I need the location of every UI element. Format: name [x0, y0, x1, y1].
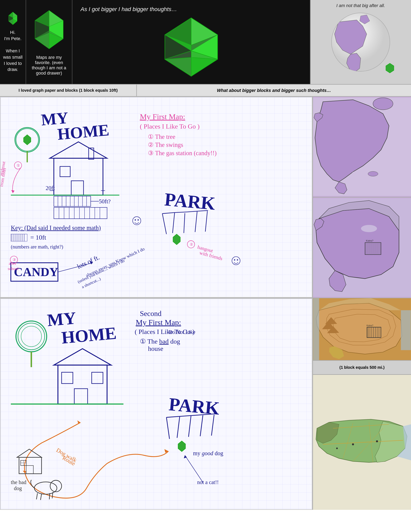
- svg-rect-143: [92, 372, 103, 383]
- svg-rect-48: [54, 196, 91, 206]
- svg-line-82: [205, 211, 207, 232]
- svg-point-120: [368, 171, 378, 176]
- svg-point-204: [376, 440, 378, 442]
- globe-visual: [322, 10, 399, 74]
- svg-text:after: after: [9, 261, 16, 266]
- icosahedron-large-icon: [151, 14, 231, 80]
- panel-pete: Hi. I'm Pete. When I was small I loved t…: [0, 0, 26, 84]
- svg-point-114: [137, 219, 139, 220]
- svg-line-80: [195, 212, 197, 232]
- north-america-map-2: Kstns?: [313, 198, 411, 298]
- svg-text:= 10ft: = 10ft: [30, 234, 46, 241]
- map-panel-1: MY HOME 20ft: [0, 97, 312, 298]
- svg-text:MY: MY: [46, 308, 77, 330]
- map-north-carolina: [313, 375, 411, 510]
- svg-rect-59: [54, 207, 107, 219]
- panel-globe: I am not that big after all.: [310, 0, 411, 84]
- svg-text:( Places I Like To Go ): ( Places I Like To Go ): [140, 123, 200, 130]
- map-svg-2: MY HOME Second My First Map: ( Places I …: [0, 299, 312, 509]
- middle-row: MY HOME 20ft: [0, 97, 411, 298]
- svg-rect-38: [60, 166, 70, 177]
- svg-point-123: [361, 225, 377, 232]
- svg-text:Kstns?: Kstns?: [366, 324, 373, 327]
- svg-point-205: [336, 447, 338, 449]
- svg-marker-29: [386, 63, 394, 73]
- svg-text:50ft?: 50ft?: [99, 198, 110, 205]
- page: Hi. I'm Pete. When I was small I loved t…: [0, 0, 411, 532]
- svg-rect-169: [26, 466, 33, 474]
- svg-text:①: ①: [17, 163, 20, 167]
- svg-line-157: [200, 415, 203, 436]
- north-america-map-1: [313, 97, 411, 197]
- svg-point-121: [373, 98, 393, 110]
- svg-text:Do Not Like: Do Not Like: [168, 329, 195, 335]
- svg-text:②: ②: [190, 242, 193, 247]
- map-zoom-north-america-2: Kstns?: [313, 198, 411, 298]
- svg-text:PARK: PARK: [164, 189, 216, 214]
- top-row: Hi. I'm Pete. When I was small I loved t…: [0, 0, 411, 85]
- icosahedron-small-icon: [6, 11, 20, 25]
- maps-text: Maps are my favorite. (even though I am …: [30, 55, 68, 76]
- bigger-caption: As I got bigger I had bigger thoughts…: [81, 6, 177, 12]
- svg-line-153: [177, 416, 180, 438]
- svg-text:② The swings: ② The swings: [148, 142, 183, 148]
- right-panels-2: Kstns? (1 block equals 500 mi.): [312, 298, 411, 510]
- globe-caption: I am not that big after all.: [310, 3, 411, 8]
- right-panels-1: Kstns?: [312, 97, 411, 298]
- svg-text:from sister: from sister: [0, 167, 7, 187]
- svg-text:③ The gas station (candy!!): ③ The gas station (candy!!): [148, 150, 217, 157]
- svg-line-155: [189, 416, 191, 437]
- svg-marker-163: [23, 471, 26, 474]
- caption-right: What about bigger blocks and bigger such…: [137, 85, 411, 96]
- svg-text:dog: dog: [14, 485, 22, 491]
- svg-line-154: [166, 416, 180, 417]
- svg-line-177: [37, 493, 37, 499]
- svg-marker-118: [11, 190, 15, 193]
- svg-line-178: [40, 494, 41, 500]
- svg-line-156: [180, 416, 192, 416]
- map-content-1: MY HOME 20ft: [0, 97, 312, 297]
- svg-text:① The tree: ① The tree: [148, 133, 175, 140]
- svg-line-78: [184, 213, 185, 233]
- svg-rect-195: [313, 298, 319, 360]
- svg-point-175: [34, 482, 57, 494]
- svg-text:school: school: [8, 266, 18, 271]
- svg-marker-32: [24, 135, 31, 145]
- pete-intro: Hi. I'm Pete. When I was small I loved t…: [2, 29, 24, 73]
- svg-line-152: [166, 417, 169, 439]
- svg-text:20ft: 20ft: [46, 185, 55, 191]
- svg-point-135: [18, 323, 45, 350]
- svg-line-179: [49, 493, 50, 499]
- svg-marker-84: [173, 234, 180, 245]
- svg-point-176: [50, 480, 62, 492]
- svg-point-134: [16, 321, 47, 352]
- bottom-row: MY HOME Second My First Map: ( Places I …: [0, 298, 411, 510]
- svg-line-77: [162, 213, 175, 214]
- svg-text:my good dog: my good dog: [193, 450, 223, 456]
- svg-text:PARK: PARK: [168, 394, 220, 419]
- svg-point-116: [234, 259, 235, 261]
- caption-left: I loved graph paper and blocks (1 block …: [0, 85, 137, 96]
- svg-rect-90: [11, 234, 27, 241]
- svg-text:My First Map:: My First Map:: [140, 113, 185, 121]
- svg-rect-142: [62, 372, 73, 383]
- map-zoom-north-america-1: [313, 97, 411, 198]
- nc-map-svg: [313, 375, 411, 510]
- panel-bigger: As I got bigger I had bigger thoughts…: [73, 0, 310, 84]
- svg-marker-161: [178, 441, 186, 452]
- svg-marker-139: [54, 349, 111, 365]
- svg-line-75: [162, 214, 166, 234]
- globe-svg: [322, 10, 399, 74]
- svg-rect-141: [74, 389, 88, 404]
- svg-text:(numbers are math, right?): (numbers are math, right?): [11, 244, 63, 250]
- svg-text:Kstns?: Kstns?: [366, 239, 373, 242]
- svg-point-113: [135, 219, 136, 220]
- svg-point-136: [21, 326, 42, 347]
- icosahedron-medium-icon: [31, 9, 67, 53]
- svg-line-110: [58, 263, 93, 272]
- map-topo: Kstns?: [313, 298, 411, 361]
- svg-point-203: [352, 443, 354, 445]
- map-content-2: MY HOME Second My First Map: ( Places I …: [0, 299, 312, 509]
- map-panel-2: MY HOME Second My First Map: ( Places I …: [0, 298, 312, 510]
- svg-marker-35: [50, 142, 107, 158]
